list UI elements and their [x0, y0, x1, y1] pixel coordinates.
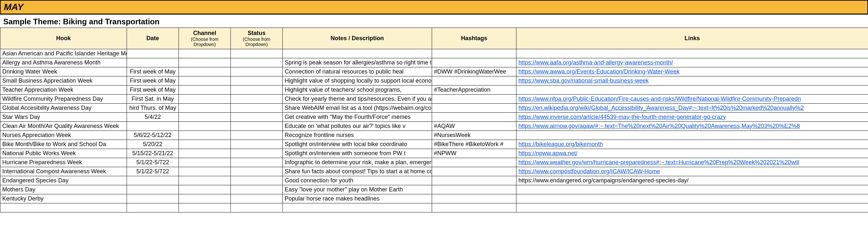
- cell-date[interactable]: 5/15/22-5/21/22: [127, 149, 179, 158]
- cell-notes[interactable]: [283, 204, 432, 213]
- cell-link[interactable]: https://npww.apwa.net/: [517, 149, 868, 158]
- cell-notes[interactable]: Get creative with "May the Fourth/Force"…: [283, 113, 432, 122]
- cell-hook[interactable]: Wildfire Community Preparedness Day: [0, 95, 127, 104]
- cell-date[interactable]: 5/1/22-5/722: [127, 167, 179, 176]
- cell-hook[interactable]: [0, 204, 127, 213]
- cell-hook[interactable]: Kentucky Derby: [0, 194, 127, 204]
- cell-status-dropdown[interactable]: [231, 58, 283, 67]
- cell-hashtags[interactable]: [432, 95, 517, 104]
- cell-status-dropdown[interactable]: [231, 122, 283, 131]
- cell-date[interactable]: 5/6/22-5/12/22: [127, 131, 179, 140]
- cell-channel-dropdown[interactable]: [179, 158, 231, 167]
- cell-channel-dropdown[interactable]: [179, 49, 231, 58]
- cell-link[interactable]: [517, 131, 868, 140]
- cell-channel-dropdown[interactable]: [179, 67, 231, 76]
- cell-date[interactable]: [127, 185, 179, 194]
- cell-channel-dropdown[interactable]: [179, 122, 231, 131]
- cell-channel-dropdown[interactable]: [179, 185, 231, 194]
- cell-hashtags[interactable]: #AQAW: [432, 122, 517, 131]
- cell-channel-dropdown[interactable]: [179, 58, 231, 67]
- cell-channel-dropdown[interactable]: [179, 95, 231, 104]
- cell-date[interactable]: [127, 204, 179, 213]
- cell-hook[interactable]: Drinking Water Week: [0, 67, 127, 76]
- cell-date[interactable]: 5/4/22: [127, 113, 179, 122]
- cell-link[interactable]: [517, 85, 868, 95]
- cell-date[interactable]: [127, 122, 179, 131]
- link-anchor[interactable]: https://bikeleague.org/bikemonth: [518, 141, 603, 147]
- cell-status-dropdown[interactable]: [231, 113, 283, 122]
- cell-hook[interactable]: Global Accesibility Awareness Day: [0, 104, 127, 113]
- cell-link[interactable]: [517, 194, 868, 204]
- cell-hook[interactable]: Teacher Appreciation Week: [0, 85, 127, 95]
- cell-status-dropdown[interactable]: [231, 76, 283, 85]
- cell-hook[interactable]: Clean Air Month/Air Quality Awareness We…: [0, 122, 127, 131]
- cell-channel-dropdown[interactable]: [179, 149, 231, 158]
- cell-hook[interactable]: Nurses Appreciation Week: [0, 131, 127, 140]
- cell-status-dropdown[interactable]: [231, 176, 283, 185]
- cell-notes[interactable]: Spring is peak season for allergies/asth…: [283, 58, 432, 67]
- cell-hashtags[interactable]: [432, 113, 517, 122]
- cell-notes[interactable]: Popular horse race makes headlines: [283, 194, 432, 204]
- cell-notes[interactable]: Easy "love your mother" play on Mother E…: [283, 185, 432, 194]
- cell-hashtags[interactable]: #BikeThere #BiketoWork #: [432, 140, 517, 149]
- cell-notes[interactable]: Highlight value of shopping locally to s…: [283, 76, 432, 85]
- link-anchor[interactable]: https://www.aafa.org/asthma-and-allergy-…: [518, 59, 673, 66]
- cell-date[interactable]: hird Thurs. of May: [127, 104, 179, 113]
- cell-date[interactable]: [127, 194, 179, 204]
- cell-hashtags[interactable]: [432, 176, 517, 185]
- cell-hook[interactable]: Bike Month/Bike to Work and School Da: [0, 140, 127, 149]
- cell-status-dropdown[interactable]: [231, 140, 283, 149]
- cell-link[interactable]: https://www.compostfoundation.org/ICAW/I…: [517, 167, 868, 176]
- cell-notes[interactable]: Connection of natural resources to publi…: [283, 67, 432, 76]
- cell-hashtags[interactable]: #DWW #DrinkingWaterWee: [432, 67, 517, 76]
- cell-hook[interactable]: International Compost Awareness Week: [0, 167, 127, 176]
- cell-hashtags[interactable]: [432, 104, 517, 113]
- cell-channel-dropdown[interactable]: [179, 140, 231, 149]
- cell-channel-dropdown[interactable]: [179, 104, 231, 113]
- cell-notes[interactable]: Highlight value of teachers/ school prog…: [283, 85, 432, 95]
- cell-link[interactable]: https://www.endangered.org/campaigns/end…: [517, 176, 868, 185]
- cell-date[interactable]: [127, 49, 179, 58]
- cell-link[interactable]: https://www.inverse.com/article/44539-ma…: [517, 113, 868, 122]
- link-anchor[interactable]: https://www.weather.gov/wrn/hurricane-pr…: [518, 159, 799, 166]
- cell-hashtags[interactable]: [432, 204, 517, 213]
- cell-channel-dropdown[interactable]: [179, 85, 231, 95]
- cell-link[interactable]: [517, 185, 868, 194]
- cell-status-dropdown[interactable]: [231, 131, 283, 140]
- cell-link[interactable]: https://www.airnow.gov/aqaw/#:~:text=The…: [517, 122, 868, 131]
- cell-status-dropdown[interactable]: [231, 104, 283, 113]
- link-anchor[interactable]: https://www.airnow.gov/aqaw/#:~:text=The…: [518, 123, 800, 129]
- cell-date[interactable]: 5/20/22: [127, 140, 179, 149]
- cell-hashtags[interactable]: [432, 76, 517, 85]
- cell-hook[interactable]: Allergy and Asthma Awareness Month: [0, 58, 127, 67]
- cell-date[interactable]: [127, 58, 179, 67]
- link-anchor[interactable]: https://en.wikipedia.org/wiki/Global_Acc…: [518, 105, 804, 111]
- cell-notes[interactable]: Infographic to determine your risk, make…: [283, 158, 432, 167]
- cell-hook[interactable]: Hurricane Preparedness Week: [0, 158, 127, 167]
- cell-status-dropdown[interactable]: [231, 67, 283, 76]
- link-anchor[interactable]: https://www.sba.gov/national-small-busin…: [518, 77, 649, 84]
- cell-status-dropdown[interactable]: [231, 95, 283, 104]
- link-anchor[interactable]: https://npww.apwa.net/: [518, 150, 578, 156]
- link-anchor[interactable]: https://www.inverse.com/article/44539-ma…: [518, 114, 726, 120]
- cell-link[interactable]: [517, 204, 868, 213]
- cell-hashtags[interactable]: #TeacherAppreciation: [432, 85, 517, 95]
- cell-status-dropdown[interactable]: [231, 149, 283, 158]
- cell-hashtags[interactable]: [432, 49, 517, 58]
- cell-date[interactable]: [127, 176, 179, 185]
- cell-link[interactable]: https://www.sba.gov/national-small-busin…: [517, 76, 868, 85]
- cell-link[interactable]: https://www.awwa.org/Events-Education/Dr…: [517, 67, 868, 76]
- cell-hook[interactable]: Small Business Appreciation Week: [0, 76, 127, 85]
- cell-hashtags[interactable]: [432, 194, 517, 204]
- cell-hashtags[interactable]: [432, 158, 517, 167]
- cell-notes[interactable]: Educate on 'what pollutes our air?' topi…: [283, 122, 432, 131]
- cell-hook[interactable]: Mothers Day: [0, 185, 127, 194]
- link-anchor[interactable]: https://www.nfpa.org/Public-Education/Fi…: [518, 96, 801, 102]
- cell-status-dropdown[interactable]: [231, 167, 283, 176]
- cell-channel-dropdown[interactable]: [179, 194, 231, 204]
- cell-link[interactable]: https://www.weather.gov/wrn/hurricane-pr…: [517, 158, 868, 167]
- cell-notes[interactable]: Spotlight on/interview with local bike c…: [283, 140, 432, 149]
- cell-date[interactable]: First week of May: [127, 85, 179, 95]
- cell-channel-dropdown[interactable]: [179, 113, 231, 122]
- cell-link[interactable]: https://bikeleague.org/bikemonth: [517, 140, 868, 149]
